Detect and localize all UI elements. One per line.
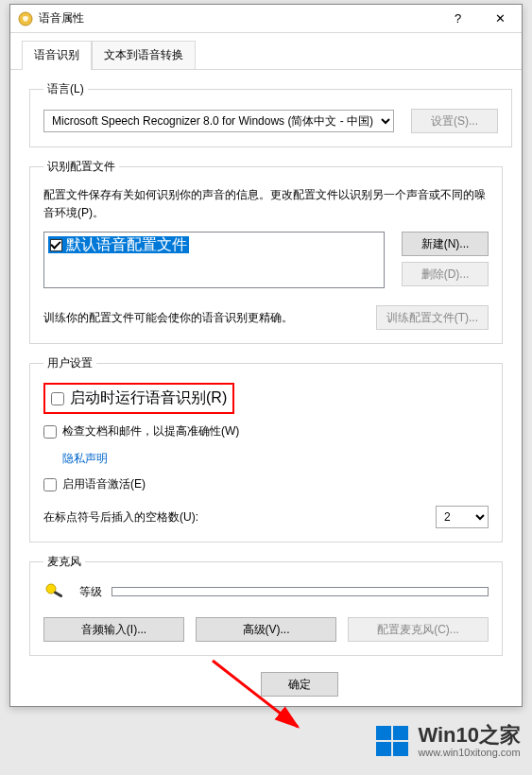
run-at-start-label: 启动时运行语音识别(R)	[70, 388, 227, 408]
microphone-group: 麦克风 等级 音频输入(I)... 高级(V)... 配置麦克风(C)...	[29, 554, 503, 656]
titlebar: 语音属性 ? ✕	[10, 5, 522, 33]
new-profile-button[interactable]: 新建(N)...	[402, 232, 489, 256]
svg-rect-5	[393, 726, 408, 740]
profiles-group: 识别配置文件 配置文件保存有关如何识别你的声音的信息。更改配置文件以识别另一个声…	[29, 159, 503, 344]
tab-speech-recognition[interactable]: 语音识别	[22, 41, 92, 70]
ok-button[interactable]: 确定	[261, 672, 338, 697]
user-settings-group: 用户设置 启动时运行语音识别(R) 检查文档和邮件，以提高准确性(W) 隐私声明…	[29, 355, 503, 542]
profiles-description: 配置文件保存有关如何识别你的声音的信息。更改配置文件以识别另一个声音或不同的噪音…	[43, 186, 489, 222]
run-at-start-checkbox[interactable]	[51, 392, 64, 405]
spaces-select[interactable]: 2	[436, 506, 489, 528]
profile-item-default[interactable]: 默认语音配置文件	[48, 236, 189, 253]
microphone-icon	[43, 581, 70, 602]
profiles-legend: 识别配置文件	[43, 159, 119, 175]
level-label: 等级	[79, 584, 102, 600]
train-profile-button: 训练配置文件(T)...	[376, 305, 489, 330]
profile-checkbox[interactable]	[50, 239, 62, 251]
highlighted-option: 启动时运行语音识别(R)	[43, 383, 234, 414]
tab-bar: 语音识别 文本到语音转换	[10, 33, 522, 70]
spaces-label: 在标点符号后插入的空格数(U):	[43, 509, 198, 525]
check-docs-checkbox[interactable]	[43, 425, 57, 439]
config-mic-button: 配置麦克风(C)...	[348, 617, 489, 642]
privacy-link[interactable]: 隐私声明	[62, 451, 108, 467]
dialog-buttons: 确定 取消 应用(A)	[261, 672, 508, 697]
svg-rect-2	[54, 591, 63, 598]
advanced-button[interactable]: 高级(V)...	[196, 617, 336, 642]
watermark: Win10之家 www.win10xitong.com	[374, 722, 521, 760]
language-group: 语言(L) Microsoft Speech Recognizer 8.0 fo…	[29, 81, 512, 147]
tab-text-to-speech[interactable]: 文本到语音转换	[92, 41, 196, 69]
svg-rect-6	[376, 742, 391, 756]
voice-activation-label: 启用语音激活(E)	[62, 476, 146, 492]
svg-rect-4	[376, 726, 391, 740]
language-legend: 语言(L)	[43, 81, 88, 97]
level-meter	[112, 587, 489, 596]
profile-item-label: 默认语音配置文件	[66, 235, 187, 255]
speech-icon	[18, 11, 33, 26]
voice-activation-checkbox[interactable]	[43, 478, 57, 491]
profile-list[interactable]: 默认语音配置文件	[43, 232, 385, 288]
tab-content: 语言(L) Microsoft Speech Recognizer 8.0 fo…	[10, 70, 522, 675]
user-legend: 用户设置	[43, 355, 96, 371]
watermark-url: www.win10xitong.com	[418, 747, 521, 758]
help-button[interactable]: ?	[437, 5, 479, 32]
close-button[interactable]: ✕	[479, 5, 522, 32]
speech-properties-dialog: 语音属性 ? ✕ 语音识别 文本到语音转换 语言(L) Microsoft Sp…	[9, 4, 523, 707]
window-title: 语音属性	[39, 10, 437, 26]
delete-profile-button: 删除(D)...	[402, 262, 489, 286]
windows-logo-icon	[374, 722, 412, 760]
check-docs-label: 检查文档和邮件，以提高准确性(W)	[62, 423, 239, 439]
watermark-title: Win10之家	[418, 724, 521, 747]
train-description: 训练你的配置文件可能会使你的语音识别更精确。	[43, 309, 359, 327]
audio-input-button[interactable]: 音频输入(I)...	[43, 617, 184, 642]
mic-legend: 麦克风	[43, 554, 85, 570]
svg-rect-7	[393, 742, 408, 756]
language-select[interactable]: Microsoft Speech Recognizer 8.0 for Wind…	[43, 110, 394, 132]
settings-button: 设置(S)...	[411, 109, 498, 133]
